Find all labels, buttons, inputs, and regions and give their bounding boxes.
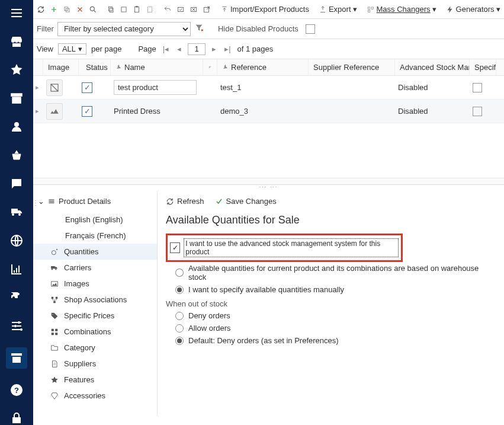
tree-item-images[interactable]: Images xyxy=(33,276,157,292)
tree-item-french[interactable]: Français (French) xyxy=(33,228,157,244)
generators-button[interactable]: Generators▾ xyxy=(446,5,500,14)
globe-icon[interactable] xyxy=(9,234,24,248)
refresh-button[interactable]: Refresh xyxy=(166,197,204,206)
col-supplier-reference[interactable]: Supplier Reference xyxy=(309,59,395,75)
col-reference[interactable]: Reference xyxy=(217,59,309,75)
page-input[interactable] xyxy=(188,43,206,55)
lock-icon[interactable] xyxy=(9,411,24,425)
horizontal-splitter[interactable]: ··· ··· xyxy=(33,185,504,191)
lower-panel: ⌄ Product Details English (English) Fran… xyxy=(33,191,504,416)
oos-allow[interactable]: Allow orders xyxy=(166,322,496,334)
duplicate-button[interactable] xyxy=(63,5,71,14)
mass-changers-button[interactable]: Mass Changers▾ xyxy=(367,5,436,14)
status-checkbox[interactable] xyxy=(82,106,92,117)
cell-image xyxy=(41,76,77,99)
vertical-splitter[interactable]: ··· xyxy=(33,199,38,206)
svg-point-2 xyxy=(14,325,17,327)
clear-filter-button[interactable] xyxy=(194,23,204,34)
filter-select[interactable]: Filter by selected category xyxy=(57,22,191,36)
table-row[interactable]: ▸ test product test_1 Disabled xyxy=(33,76,504,100)
cell-reference: demo_3 xyxy=(216,100,307,123)
chat-icon[interactable] xyxy=(9,177,24,191)
svg-text:?: ? xyxy=(14,386,19,395)
puzzle-icon[interactable] xyxy=(9,290,24,305)
cut-button[interactable] xyxy=(120,5,128,14)
option-warehouse[interactable]: Available quantities for current product… xyxy=(166,262,496,283)
menu-icon[interactable] xyxy=(9,6,24,20)
undo-button[interactable] xyxy=(163,5,172,14)
col-advanced-stock[interactable]: Advanced Stock Man xyxy=(395,59,470,75)
table-row[interactable]: ▸ Printed Dress demo_3 Disabled xyxy=(33,100,504,123)
cell-reference: test_1 xyxy=(216,76,307,99)
cell-name[interactable]: Printed Dress xyxy=(109,100,201,123)
chart-icon[interactable] xyxy=(9,262,24,276)
paste-special-button[interactable] xyxy=(146,5,154,14)
disable-button[interactable] xyxy=(190,5,198,14)
svg-point-3 xyxy=(20,328,23,331)
oos-default[interactable]: Default: Deny orders (as set in Preferen… xyxy=(166,334,496,347)
import-export-button[interactable]: Import/Export Products xyxy=(220,5,309,14)
row-expander[interactable]: ▸ xyxy=(33,100,41,123)
tree-item-suppliers[interactable]: Suppliers xyxy=(33,356,157,372)
tree-header[interactable]: ⌄ Product Details xyxy=(33,194,157,212)
export-button[interactable]: Export▾ xyxy=(319,5,357,14)
tree-item-features[interactable]: Features xyxy=(33,372,157,388)
col-expander xyxy=(33,59,43,75)
archive-icon[interactable] xyxy=(9,91,24,106)
first-page-button[interactable]: |◂ xyxy=(161,44,171,53)
delete-button[interactable] xyxy=(76,5,84,14)
svg-rect-7 xyxy=(66,8,69,12)
user-icon[interactable] xyxy=(9,120,24,134)
sliders-icon[interactable] xyxy=(9,319,24,333)
status-checkbox[interactable] xyxy=(82,82,92,93)
radio-icon[interactable] xyxy=(175,312,184,320)
option-manual[interactable]: I want to specify available quantities m… xyxy=(166,283,496,296)
tree-item-specific-prices[interactable]: Specific Prices xyxy=(33,308,157,324)
tree-item-english[interactable]: English (English) xyxy=(33,212,157,228)
cell-specific-checkbox[interactable] xyxy=(468,76,495,99)
radio-icon[interactable] xyxy=(175,337,184,345)
col-image[interactable]: Image xyxy=(43,59,79,75)
enable-button[interactable] xyxy=(176,5,185,14)
radio-icon[interactable] xyxy=(175,286,184,294)
prev-page-button[interactable]: ◂ xyxy=(175,44,183,53)
col-specific[interactable]: Specifi xyxy=(470,59,496,75)
col-sort-icon[interactable] xyxy=(203,59,217,75)
tree-item-shop-associations[interactable]: Shop Associations xyxy=(33,292,157,308)
cell-status[interactable] xyxy=(77,76,109,99)
next-page-button[interactable]: ▸ xyxy=(210,44,218,53)
drawer-icon[interactable] xyxy=(6,347,27,369)
tree-item-category[interactable]: Category xyxy=(33,340,157,356)
oos-deny[interactable]: Deny orders xyxy=(166,309,496,322)
copy-button[interactable] xyxy=(107,5,115,14)
paste-button[interactable] xyxy=(133,5,141,14)
tree-item-carriers[interactable]: Carriers xyxy=(33,260,157,276)
row-expander[interactable]: ▸ xyxy=(33,76,41,99)
save-changes-button[interactable]: Save Changes xyxy=(215,197,277,206)
search-button[interactable] xyxy=(89,5,97,14)
radio-icon[interactable] xyxy=(175,324,184,333)
cell-name[interactable]: test product xyxy=(109,76,201,99)
help-icon[interactable]: ? xyxy=(9,383,24,397)
truck-icon[interactable] xyxy=(9,205,24,219)
add-button[interactable] xyxy=(50,5,58,14)
col-status[interactable]: Status xyxy=(79,59,111,75)
name-input[interactable]: test product xyxy=(114,80,197,95)
asm-checkbox[interactable] xyxy=(170,242,180,253)
cell-status[interactable] xyxy=(77,100,109,123)
radio-icon[interactable] xyxy=(175,269,184,277)
view-all-select[interactable]: ALL▾ xyxy=(58,43,86,55)
last-page-button[interactable]: ▸| xyxy=(223,44,232,53)
hide-disabled-checkbox[interactable] xyxy=(306,24,315,34)
refresh-button[interactable] xyxy=(37,5,45,14)
tree-item-quantities[interactable]: Quantities xyxy=(33,244,157,260)
tree-item-accessories[interactable]: Accessories xyxy=(33,388,157,404)
cell-specific-checkbox[interactable] xyxy=(468,100,495,123)
star-icon[interactable] xyxy=(9,63,24,77)
open-external-button[interactable] xyxy=(203,5,211,14)
tree-item-combinations[interactable]: Combinations xyxy=(33,324,157,340)
product-grid: Image Status Name Reference Supplier Ref… xyxy=(33,59,504,185)
store-icon[interactable] xyxy=(9,34,24,49)
col-name[interactable]: Name xyxy=(111,59,203,75)
basket-icon[interactable] xyxy=(9,148,24,162)
